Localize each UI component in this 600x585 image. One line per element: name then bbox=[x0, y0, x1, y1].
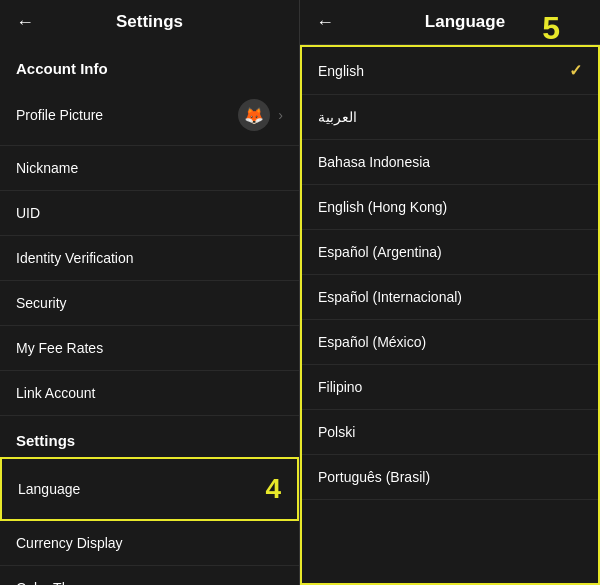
color-theme-label: Color Theme bbox=[16, 580, 97, 585]
my-fee-rates-label: My Fee Rates bbox=[16, 340, 103, 356]
identity-verification-label: Identity Verification bbox=[16, 250, 134, 266]
settings-back-button[interactable]: ← bbox=[16, 12, 34, 33]
language-back-button[interactable]: ← bbox=[316, 12, 334, 33]
security-item[interactable]: Security bbox=[0, 281, 299, 326]
security-label: Security bbox=[16, 295, 67, 311]
nickname-item[interactable]: Nickname bbox=[0, 146, 299, 191]
language-filipino[interactable]: Filipino bbox=[302, 365, 598, 410]
identity-verification-item[interactable]: Identity Verification bbox=[0, 236, 299, 281]
selected-check-icon: ✓ bbox=[569, 61, 582, 80]
currency-display-item[interactable]: Currency Display bbox=[0, 521, 299, 566]
language-espanol-argentina-label: Español (Argentina) bbox=[318, 244, 442, 260]
language-english[interactable]: English ✓ bbox=[302, 47, 598, 95]
language-espanol-internacional-label: Español (Internacional) bbox=[318, 289, 462, 305]
language-english-hk[interactable]: English (Hong Kong) bbox=[302, 185, 598, 230]
language-arabic-label: العربية bbox=[318, 109, 357, 125]
nickname-label: Nickname bbox=[16, 160, 78, 176]
profile-picture-right: 🦊 › bbox=[238, 99, 283, 131]
language-bahasa-label: Bahasa Indonesia bbox=[318, 154, 430, 170]
language-header: ← Language 5 bbox=[300, 0, 600, 44]
language-english-hk-label: English (Hong Kong) bbox=[318, 199, 447, 215]
settings-section-label: Settings bbox=[0, 416, 299, 457]
language-portugues-label: Português (Brasil) bbox=[318, 469, 430, 485]
settings-header: ← Settings bbox=[0, 0, 299, 44]
currency-display-label: Currency Display bbox=[16, 535, 123, 551]
language-bahasa[interactable]: Bahasa Indonesia bbox=[302, 140, 598, 185]
settings-panel: ← Settings Account Info Profile Picture … bbox=[0, 0, 300, 585]
uid-label: UID bbox=[16, 205, 40, 221]
link-account-item[interactable]: Link Account bbox=[0, 371, 299, 416]
settings-title: Settings bbox=[116, 12, 183, 32]
language-portugues[interactable]: Português (Brasil) bbox=[302, 455, 598, 500]
language-polski[interactable]: Polski bbox=[302, 410, 598, 455]
language-item[interactable]: Language 4 bbox=[0, 457, 299, 521]
language-list: English ✓ العربية Bahasa Indonesia Engli… bbox=[300, 45, 600, 585]
profile-picture-item[interactable]: Profile Picture 🦊 › bbox=[0, 85, 299, 146]
language-polski-label: Polski bbox=[318, 424, 355, 440]
annotation-5-badge: 5 bbox=[542, 10, 560, 47]
language-espanol-mexico-label: Español (México) bbox=[318, 334, 426, 350]
language-espanol-mexico[interactable]: Español (México) bbox=[302, 320, 598, 365]
language-english-label: English bbox=[318, 63, 364, 79]
link-account-label: Link Account bbox=[16, 385, 95, 401]
annotation-4-badge: 4 bbox=[265, 473, 281, 505]
language-arabic[interactable]: العربية bbox=[302, 95, 598, 140]
profile-picture-label: Profile Picture bbox=[16, 107, 103, 123]
language-panel: ← Language 5 English ✓ العربية Bahasa In… bbox=[300, 0, 600, 585]
avatar: 🦊 bbox=[238, 99, 270, 131]
language-espanol-argentina[interactable]: Español (Argentina) bbox=[302, 230, 598, 275]
uid-item[interactable]: UID bbox=[0, 191, 299, 236]
my-fee-rates-item[interactable]: My Fee Rates bbox=[0, 326, 299, 371]
language-label: Language bbox=[18, 481, 80, 497]
language-filipino-label: Filipino bbox=[318, 379, 362, 395]
profile-chevron-icon: › bbox=[278, 107, 283, 123]
language-espanol-internacional[interactable]: Español (Internacional) bbox=[302, 275, 598, 320]
color-theme-item[interactable]: Color Theme bbox=[0, 566, 299, 585]
account-info-section-label: Account Info bbox=[0, 44, 299, 85]
